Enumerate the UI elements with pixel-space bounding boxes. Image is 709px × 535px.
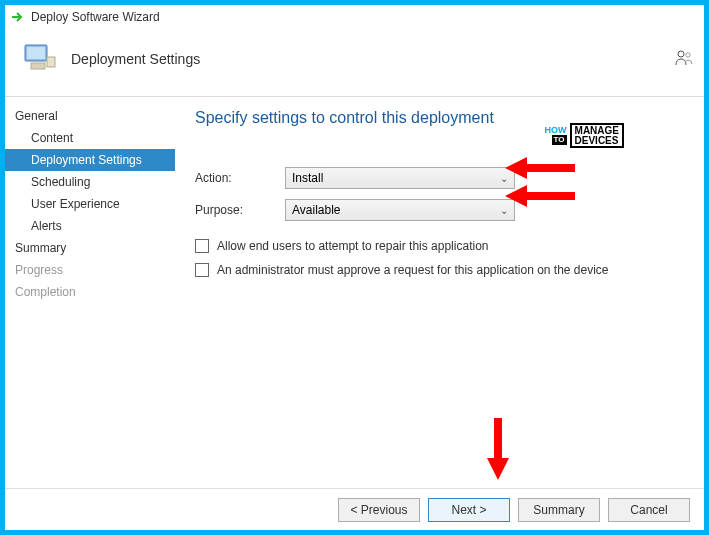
- checkbox-repair-label: Allow end users to attempt to repair thi…: [217, 239, 488, 253]
- footer: < Previous Next > Summary Cancel: [5, 488, 704, 530]
- sidebar-group-general[interactable]: General: [5, 105, 175, 127]
- purpose-value: Available: [292, 203, 340, 217]
- svg-rect-3: [47, 57, 55, 67]
- purpose-row: Purpose: Available ⌄: [195, 199, 684, 221]
- cancel-button[interactable]: Cancel: [608, 498, 690, 522]
- watermark-logo: HOW TO MANAGE DEVICES: [545, 123, 624, 148]
- app-arrow-icon: [11, 10, 25, 24]
- wizard-window: Deploy Software Wizard Deployment Settin…: [5, 5, 704, 530]
- purpose-label: Purpose:: [195, 203, 285, 217]
- checkbox-approve-label: An administrator must approve a request …: [217, 263, 609, 277]
- svg-rect-1: [27, 47, 45, 59]
- checkbox-approve-row[interactable]: An administrator must approve a request …: [195, 263, 684, 277]
- annotation-arrow-next: [485, 418, 511, 480]
- next-button[interactable]: Next >: [428, 498, 510, 522]
- svg-marker-9: [505, 185, 527, 207]
- sidebar-group-progress: Progress: [5, 259, 175, 281]
- header-title: Deployment Settings: [71, 51, 200, 67]
- annotation-arrow-action: [505, 155, 575, 181]
- action-row: Action: Install ⌄: [195, 167, 684, 189]
- sidebar-item-user-experience[interactable]: User Experience: [5, 193, 175, 215]
- checkbox-repair[interactable]: [195, 239, 209, 253]
- svg-marker-7: [505, 157, 527, 179]
- svg-point-5: [686, 53, 690, 57]
- sidebar-group-summary[interactable]: Summary: [5, 237, 175, 259]
- sidebar-item-deployment-settings[interactable]: Deployment Settings: [5, 149, 175, 171]
- sidebar-item-alerts[interactable]: Alerts: [5, 215, 175, 237]
- sidebar-item-content[interactable]: Content: [5, 127, 175, 149]
- main-panel: Specify settings to control this deploym…: [175, 97, 704, 488]
- header: Deployment Settings: [5, 29, 704, 96]
- sidebar-item-scheduling[interactable]: Scheduling: [5, 171, 175, 193]
- sidebar: General Content Deployment Settings Sche…: [5, 97, 175, 488]
- svg-marker-11: [487, 458, 509, 480]
- action-select[interactable]: Install ⌄: [285, 167, 515, 189]
- summary-button[interactable]: Summary: [518, 498, 600, 522]
- purpose-select[interactable]: Available ⌄: [285, 199, 515, 221]
- computer-install-icon: [21, 39, 59, 78]
- checkbox-approve[interactable]: [195, 263, 209, 277]
- annotation-arrow-purpose: [505, 183, 575, 209]
- svg-rect-2: [31, 63, 45, 69]
- svg-point-4: [678, 51, 684, 57]
- user-group-icon: [674, 49, 694, 70]
- action-value: Install: [292, 171, 323, 185]
- previous-button[interactable]: < Previous: [338, 498, 420, 522]
- action-label: Action:: [195, 171, 285, 185]
- window-title: Deploy Software Wizard: [31, 10, 160, 24]
- titlebar: Deploy Software Wizard: [5, 5, 704, 29]
- sidebar-group-completion: Completion: [5, 281, 175, 303]
- body: General Content Deployment Settings Sche…: [5, 96, 704, 488]
- checkbox-repair-row[interactable]: Allow end users to attempt to repair thi…: [195, 239, 684, 253]
